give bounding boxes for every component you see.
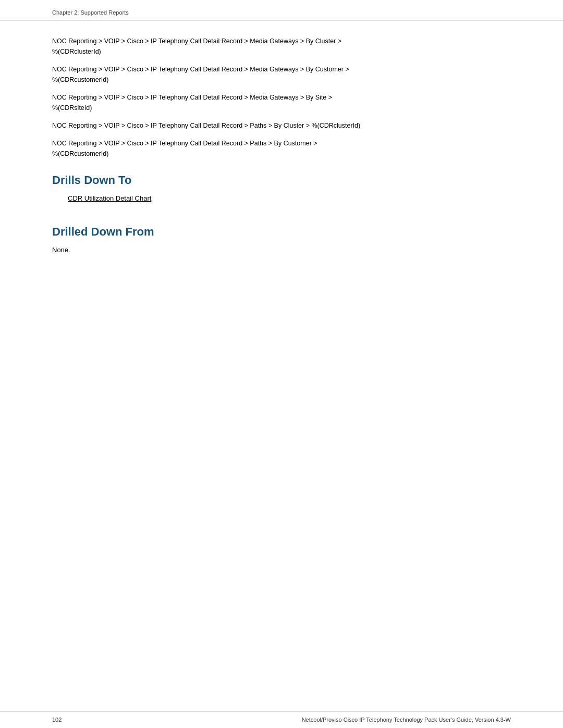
main-content: NOC Reporting > VOIP > Cisco > IP Teleph…	[0, 20, 563, 728]
footer-document-title: Netcool/Proviso Cisco IP Telephony Techn…	[302, 717, 511, 723]
breadcrumb-entry-2: NOC Reporting > VOIP > Cisco > IP Teleph…	[52, 64, 511, 85]
breadcrumb-entry-3: NOC Reporting > VOIP > Cisco > IP Teleph…	[52, 92, 511, 113]
breadcrumb-line2-1: %(CDRclusterId)	[52, 46, 511, 57]
breadcrumb-entry-4: NOC Reporting > VOIP > Cisco > IP Teleph…	[52, 120, 511, 131]
breadcrumb-entry-5: NOC Reporting > VOIP > Cisco > IP Teleph…	[52, 138, 511, 159]
breadcrumb-line2-3: %(CDRsiteId)	[52, 103, 511, 113]
drilled-down-from-heading: Drilled Down From	[52, 225, 511, 239]
breadcrumb-entry-1: NOC Reporting > VOIP > Cisco > IP Teleph…	[52, 36, 511, 57]
page-container: Chapter 2: Supported Reports NOC Reporti…	[0, 0, 563, 728]
footer-page-number: 102	[52, 717, 62, 723]
chapter-header: Chapter 2: Supported Reports	[0, 0, 563, 20]
chapter-label: Chapter 2: Supported Reports	[52, 9, 129, 16]
breadcrumb-line1-4: NOC Reporting > VOIP > Cisco > IP Teleph…	[52, 120, 511, 131]
drilled-down-none-text: None.	[52, 246, 511, 254]
breadcrumb-line2-5: %(CDRcustomerId)	[52, 149, 511, 159]
drilled-down-from-section: Drilled Down From None.	[52, 225, 511, 254]
breadcrumb-line2-2: %(CDRcustomerId)	[52, 75, 511, 85]
drills-down-to-heading: Drills Down To	[52, 174, 511, 187]
breadcrumb-line1-5: NOC Reporting > VOIP > Cisco > IP Teleph…	[52, 138, 511, 149]
page-footer: 102 Netcool/Proviso Cisco IP Telephony T…	[0, 711, 563, 728]
cdr-utilization-link[interactable]: CDR Utilization Detail Chart	[68, 194, 151, 202]
breadcrumb-line1-1: NOC Reporting > VOIP > Cisco > IP Teleph…	[52, 36, 511, 46]
breadcrumb-line1-3: NOC Reporting > VOIP > Cisco > IP Teleph…	[52, 92, 511, 103]
breadcrumb-line1-2: NOC Reporting > VOIP > Cisco > IP Teleph…	[52, 64, 511, 75]
drills-down-to-section: Drills Down To CDR Utilization Detail Ch…	[52, 174, 511, 211]
